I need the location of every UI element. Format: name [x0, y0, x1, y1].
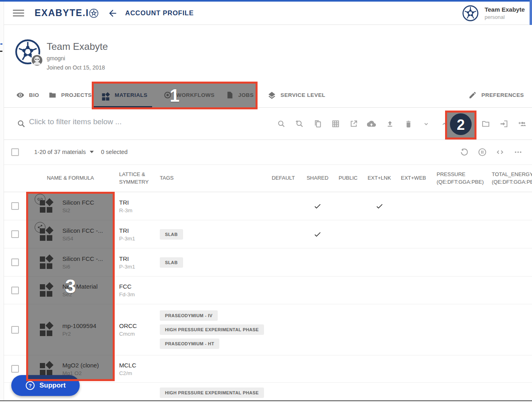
- background-window-sliver: [0, 0, 4, 404]
- soccer-ball-icon: [89, 8, 99, 18]
- dropdown-caret-icon: [90, 151, 94, 153]
- column-header-total-energy[interactable]: TOTAL_ENERGY(QE:DFT:GGA:PBE): [483, 165, 532, 192]
- selected-count: 0 selected: [101, 149, 128, 155]
- account-switcher[interactable]: Team Exabyte personal: [462, 5, 525, 22]
- background-artifact: [0, 51, 2, 52]
- tag-chip[interactable]: SLAB: [160, 229, 183, 240]
- profile-joined-date: Joined on Oct 15, 2018: [47, 64, 105, 71]
- tag-chip[interactable]: HIGH PRESSURE EXPERIMENTAL PHASE: [160, 388, 264, 398]
- search-icon: [17, 119, 26, 128]
- search-icon[interactable]: [277, 119, 286, 128]
- upload-icon[interactable]: [386, 119, 394, 128]
- shared-flag: [301, 192, 334, 220]
- filter-input[interactable]: [29, 117, 246, 126]
- profile-avatar: [14, 39, 41, 65]
- lattice-type: TRI: [119, 227, 157, 234]
- profile-name: Team Exabyte: [47, 41, 108, 52]
- chevron-down-icon[interactable]: [422, 119, 431, 128]
- check-icon: [375, 202, 384, 210]
- symmetry-group: R-3m: [119, 207, 157, 213]
- hamburger-menu-icon[interactable]: [13, 8, 24, 18]
- header-spacer: [4, 165, 26, 192]
- column-header-default[interactable]: DEFAULT: [266, 165, 301, 192]
- column-header-shared[interactable]: SHARED: [301, 165, 334, 192]
- symmetry-group: C2/m: [119, 370, 157, 376]
- annotation-number-1: 1: [170, 86, 179, 106]
- tab-service-level-label: SERVICE LEVEL: [280, 92, 325, 98]
- exabyte-logo[interactable]: EXABYTE.I: [35, 8, 99, 18]
- refresh-icon[interactable]: [460, 148, 469, 157]
- back-arrow-icon[interactable]: [107, 8, 118, 18]
- open-in-new-icon[interactable]: [349, 119, 358, 128]
- row-checkbox[interactable]: [11, 258, 19, 266]
- annotation-box-2: 2: [445, 111, 476, 139]
- column-header-extweb[interactable]: EXT+WEB: [396, 165, 431, 192]
- tag-chip[interactable]: PRASEODYMIUM - IV: [160, 310, 218, 321]
- svg-text:?: ?: [29, 383, 32, 389]
- extlnk-flag: [362, 192, 396, 220]
- tag-chip[interactable]: SLAB: [160, 257, 183, 268]
- delete-icon[interactable]: [404, 119, 413, 128]
- tab-projects[interactable]: PROJECTS: [48, 82, 92, 108]
- pencil-icon: [468, 91, 477, 99]
- row-checkbox[interactable]: [11, 326, 19, 334]
- select-all-checkbox[interactable]: [11, 148, 19, 156]
- folder-open-icon[interactable]: [481, 119, 490, 128]
- annotation-number-2: 2: [457, 117, 465, 133]
- pagination-range[interactable]: 1-20 of 37 materials: [34, 149, 94, 155]
- tab-service-level[interactable]: SERVICE LEVEL: [268, 82, 325, 108]
- pause-circle-icon[interactable]: [478, 148, 487, 157]
- row-checkbox[interactable]: [11, 230, 19, 238]
- symmetry-group: P-3m1: [119, 264, 157, 270]
- window-right-edge: [530, 0, 532, 25]
- window-bottom-margin: [0, 401, 532, 404]
- column-header-extlnk[interactable]: EXT+LNK: [362, 165, 396, 192]
- column-header-tags[interactable]: TAGS: [157, 165, 266, 192]
- exit-to-app-icon[interactable]: [499, 119, 508, 128]
- user-face-avatar-icon: [31, 54, 43, 67]
- annotation-box-3: 3: [26, 192, 115, 381]
- row-checkbox[interactable]: [11, 287, 19, 294]
- help-icon: ?: [25, 381, 35, 390]
- lattice-type: MCLC: [119, 362, 157, 369]
- cloud-upload-icon[interactable]: [367, 119, 376, 128]
- lattice-type: FCC: [119, 283, 157, 290]
- lattice-type: TRI: [119, 199, 157, 206]
- grid-icon[interactable]: [331, 119, 340, 128]
- tab-preferences[interactable]: PREFERENCES: [468, 82, 524, 108]
- account-name: Team Exabyte: [485, 6, 525, 13]
- more-horizontal-icon[interactable]: [513, 148, 523, 157]
- copy-icon[interactable]: [313, 119, 322, 128]
- column-header-lattice[interactable]: LATTICE & SYMMETRY: [115, 165, 157, 192]
- logo-text: EXABYTE.I: [35, 8, 89, 18]
- column-header-public[interactable]: PUBLIC: [334, 165, 362, 192]
- row-checkbox[interactable]: [11, 202, 19, 210]
- table-header: NAME & FORMULA LATTICE & SYMMETRY TAGS D…: [4, 165, 532, 192]
- profile-tabs: BIO PROJECTS MATERIALS WORKFLOWS JOBS SE…: [4, 82, 532, 108]
- tag-chip[interactable]: PRASEODYMIUM - HT: [160, 338, 219, 349]
- column-header-name[interactable]: NAME & FORMULA: [26, 165, 115, 192]
- tab-bio-label: BIO: [29, 92, 39, 98]
- page-title: ACCOUNT PROFILE: [125, 9, 194, 17]
- account-profile-page: EXABYTE.I ACCOUNT PROFILE Team Exabyte p…: [0, 0, 532, 404]
- row-checkbox[interactable]: [11, 365, 19, 373]
- symmetry-group: Cmcm: [119, 331, 157, 337]
- default-flag: [266, 192, 301, 220]
- add-group-icon[interactable]: [518, 119, 526, 128]
- tab-preferences-label: PREFERENCES: [481, 92, 524, 98]
- public-flag: [334, 192, 362, 220]
- eye-icon: [16, 91, 25, 99]
- app-bar: EXABYTE.I ACCOUNT PROFILE Team Exabyte p…: [4, 2, 532, 25]
- shared-flag: [301, 220, 334, 248]
- column-header-pressure[interactable]: PRESSURE(QE:DFT:GGA:PBE): [431, 165, 483, 192]
- tag-chip[interactable]: HIGH PRESSURE EXPERIMENTAL PHASE: [160, 324, 264, 335]
- extweb-flag: [396, 192, 431, 220]
- range-label: 1-20 of 37 materials: [34, 149, 86, 155]
- code-icon[interactable]: [495, 148, 505, 157]
- profile-username: gmogni: [47, 55, 65, 62]
- tab-bio[interactable]: BIO: [16, 82, 39, 108]
- symmetry-group: Fd-3m: [119, 291, 157, 297]
- search-again-icon[interactable]: [295, 119, 304, 128]
- folder-icon: [48, 91, 57, 99]
- symmetry-group: P-3m1: [119, 236, 157, 242]
